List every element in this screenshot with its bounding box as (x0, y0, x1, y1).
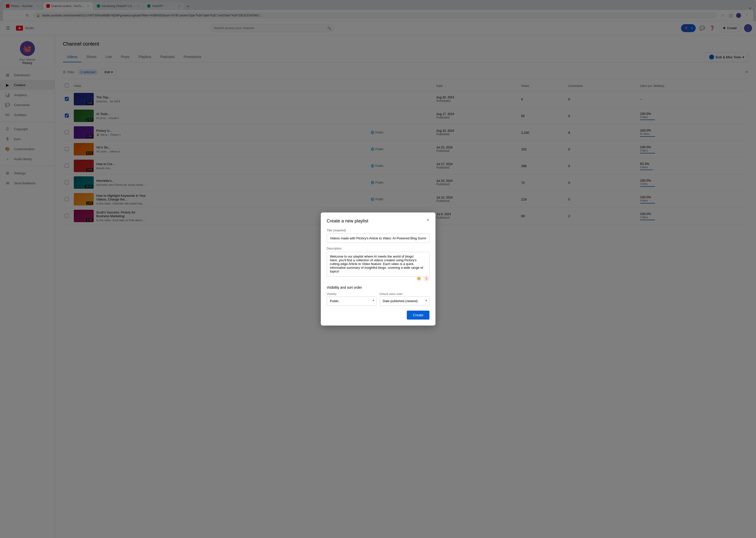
select-row: Visibility Public Private Unlisted ▾ Def… (327, 293, 430, 306)
playlist-title-input[interactable] (327, 234, 430, 243)
modal-close-button[interactable]: × (425, 216, 432, 223)
description-form-group: Description 😊 1 (327, 247, 430, 282)
visibility-section-title: Visibility and sort order (327, 286, 430, 290)
modal-overlay: Create a new playlist × Title (required)… (0, 0, 756, 538)
create-playlist-modal: Create a new playlist × Title (required)… (321, 212, 436, 326)
visibility-select[interactable]: Public Private Unlisted (327, 296, 377, 306)
warning-icon: 1 (424, 276, 430, 282)
visibility-select-wrapper: Visibility Public Private Unlisted ▾ (327, 293, 377, 306)
playlist-description-textarea[interactable] (327, 252, 430, 277)
description-label: Description (327, 247, 430, 250)
sort-select-wrapper: Default video order Date published (newe… (379, 293, 430, 306)
emoji-icon[interactable]: 😊 (416, 276, 422, 282)
sort-select-label: Default video order (379, 293, 430, 296)
textarea-icons: 😊 1 (416, 276, 430, 282)
modal-title: Create a new playlist (327, 218, 430, 224)
title-form-group: Title (required) (327, 229, 430, 243)
create-playlist-button[interactable]: Create (407, 311, 429, 320)
title-label: Title (required) (327, 229, 430, 232)
visibility-select-label: Visibility (327, 293, 377, 296)
modal-actions: Create (327, 311, 430, 320)
sort-select[interactable]: Date published (newest) Date published (… (379, 296, 430, 306)
